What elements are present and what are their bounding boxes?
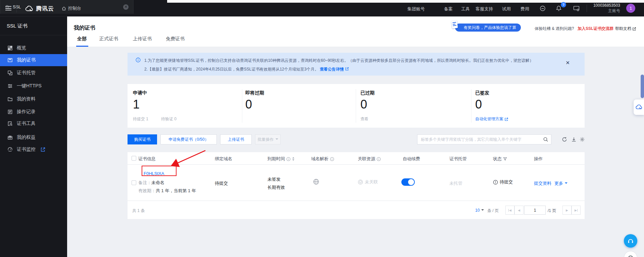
menu-icon[interactable]: [5, 6, 11, 10]
bell-icon[interactable]: [556, 5, 562, 11]
last-page-button[interactable]: ▶: [572, 206, 581, 215]
row-checkbox[interactable]: [132, 180, 136, 185]
nav-billing[interactable]: 费用: [521, 6, 529, 12]
info-icon: [136, 57, 141, 62]
tab-paid-certs[interactable]: 正式证书: [99, 36, 118, 42]
scrollbar-thumb[interactable]: [641, 75, 644, 98]
ssl-console-page: { "colors": { "accent": "#0a6cf5", "side…: [0, 0, 644, 257]
cloud-logo-icon: [635, 104, 643, 110]
unlinked-icon: [358, 179, 363, 185]
tab-uploaded-certs[interactable]: 上传证书: [133, 36, 152, 42]
upload-cert-button[interactable]: 上传证书: [220, 134, 252, 144]
divider: [128, 201, 585, 201]
account-role: 主账号: [592, 8, 620, 13]
sidebar-item-one-click-https[interactable]: 一键HTTPS: [0, 80, 67, 92]
sidebar-title: SSL 证书: [7, 23, 28, 29]
apply-free-cert-button[interactable]: 申请免费证书（0/50）: [160, 134, 217, 144]
batch-action-button[interactable]: 批量操作: [255, 134, 281, 144]
clear-search-icon[interactable]: ✕: [123, 4, 129, 10]
tab-free-certs[interactable]: 免费证书: [166, 36, 185, 42]
stat-pending-sub1: 待提交 1: [133, 116, 148, 122]
avatar[interactable]: 1: [626, 4, 635, 13]
col-expiry: 到期时间: [267, 156, 295, 162]
voucher-icon[interactable]: [540, 5, 546, 11]
dns-globe-icon[interactable]: [313, 178, 319, 185]
stat-pending-sub2: 待验证 0: [161, 116, 177, 122]
stat-expiring-label: 即将过期: [245, 90, 264, 96]
first-page-button[interactable]: ◀: [505, 206, 514, 215]
survey-badge[interactable]: 有奖问卷，产品体验您说了算: [455, 24, 521, 32]
hosting-icon: [7, 70, 13, 76]
feedback-button[interactable]: [624, 251, 637, 257]
external-link-icon: [632, 27, 636, 31]
cert-id-link[interactable]: F0HLStXA: [144, 171, 164, 176]
join-group-link[interactable]: 加入SSL证书交流群: [578, 26, 613, 32]
nav-icp[interactable]: 备案: [444, 6, 453, 12]
tab-all[interactable]: 全部: [77, 36, 87, 42]
page-number-input[interactable]: [524, 206, 546, 215]
auto-renew-toggle[interactable]: [401, 178, 415, 186]
sidebar-item-cert-tools[interactable]: 证书工具: [0, 118, 67, 130]
sort-icon[interactable]: [292, 157, 295, 161]
tencent-cloud-logo[interactable]: 腾讯云: [25, 5, 54, 12]
info-icon[interactable]: [377, 157, 381, 161]
help-doc-link[interactable]: 帮助文档: [615, 26, 636, 32]
sidebar-item-cert-monitor[interactable]: 证书监控: [0, 143, 67, 156]
sliders-icon: [7, 83, 13, 89]
sidebar-item-overview[interactable]: 概览: [0, 42, 67, 54]
sidebar-item-my-certificates[interactable]: 我的证书: [0, 54, 67, 66]
cell-expiry-term: 长期有效: [267, 184, 285, 190]
filter-icon[interactable]: [503, 157, 507, 161]
nav-group-account[interactable]: 集团账号: [407, 6, 425, 12]
info-icon[interactable]: [330, 157, 334, 161]
overview-icon: [7, 45, 13, 51]
page-size-select[interactable]: 10: [475, 208, 484, 213]
customer-service-button[interactable]: [624, 234, 637, 248]
certificate-table: 证书信息 绑定域名 到期时间 域名解析 关联资源 自动续费 证书托管 状态 操作…: [128, 152, 585, 219]
console-settings-icon[interactable]: [573, 5, 580, 11]
keyword-search-input[interactable]: [421, 137, 543, 142]
console-link[interactable]: 控制台: [61, 5, 81, 11]
log-icon: [7, 109, 13, 115]
column-settings-icon[interactable]: [580, 137, 585, 142]
cloud-assistant-widget[interactable]: [634, 99, 644, 115]
select-all-checkbox[interactable]: [132, 156, 136, 161]
nav-support[interactable]: 客服支持: [476, 6, 493, 12]
sidebar: SSL 证书 概览 我的证书 证书托管 一键HTTPS 我的资料 操作记录 证书…: [0, 16, 67, 257]
close-icon[interactable]: ✕: [565, 60, 570, 65]
submit-info-link[interactable]: 提交资料: [534, 180, 551, 186]
divider: [16, 4, 17, 12]
more-actions-link[interactable]: 更多: [554, 180, 567, 186]
stats-card: 申请中 1 待提交 1 待验证 0 即将过期 0 已过期 0 查看 已签发 0 …: [128, 84, 585, 128]
nav-trial[interactable]: 试用: [502, 6, 511, 12]
info-icon[interactable]: [286, 157, 291, 161]
next-page-button[interactable]: ▶: [562, 206, 572, 215]
col-status: 状态: [493, 156, 507, 162]
topbar: 腾讯云 控制台 ✕ 集团账号 备案 工具 客服支持 试用 费用 9 100036…: [0, 0, 644, 16]
monitor-icon: [7, 147, 13, 152]
download-icon[interactable]: [571, 137, 577, 142]
page-title: 我的证书: [74, 25, 95, 32]
sidebar-item-my-benefits[interactable]: 我的权益: [0, 131, 67, 143]
automation-link[interactable]: 自动化管理方案: [475, 116, 508, 122]
account-id: 100036853503: [592, 3, 620, 8]
cell-hosting: 未托管: [449, 180, 462, 186]
nav-tools[interactable]: 工具: [461, 6, 470, 12]
sidebar-item-cert-hosting[interactable]: 证书托管: [0, 67, 67, 79]
buy-cert-button[interactable]: 购买证书: [128, 134, 157, 144]
sidebar-item-operation-log[interactable]: 操作记录: [0, 106, 67, 118]
tools-icon: [7, 121, 13, 126]
certificate-icon: [7, 57, 13, 63]
prev-page-button[interactable]: ◀: [514, 206, 524, 215]
banner-line-1: 1.为了您能更便捷地管理SSL证书，控制台已支持自动查询证书关联的10种腾讯云资…: [144, 58, 534, 63]
refresh-icon[interactable]: [562, 137, 567, 142]
announcement-link[interactable]: 查看公告详情: [320, 67, 344, 72]
chevron-down-icon: [276, 138, 278, 141]
stat-expiring-value: 0: [245, 97, 252, 112]
account-info[interactable]: 100036853503 主账号: [592, 3, 620, 13]
stat-expired-view-link[interactable]: 查看: [360, 116, 368, 122]
page-header: 我的证书 全部 正式证书 上传证书 免费证书 有奖问卷，产品体验您说了算 体验吐…: [67, 16, 644, 47]
sidebar-item-my-profile[interactable]: 我的资料: [0, 93, 67, 105]
search-icon[interactable]: [543, 137, 548, 142]
cell-status: 待提交: [493, 179, 513, 185]
